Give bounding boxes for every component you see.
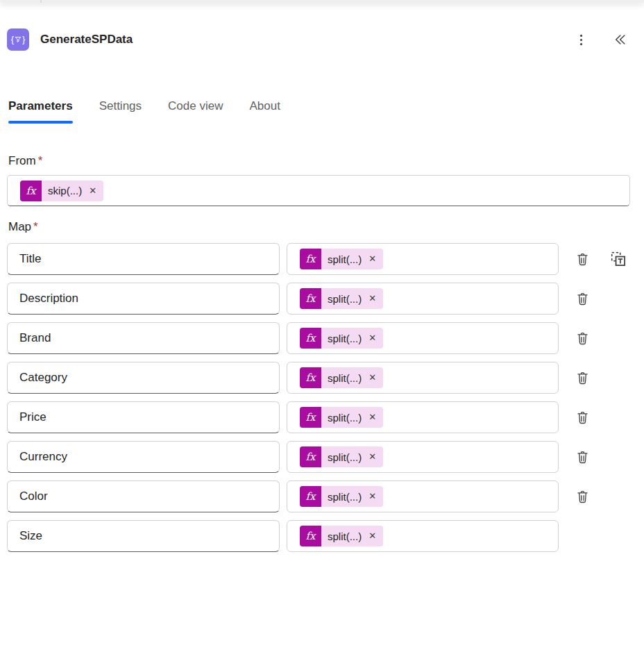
map-row: fx split(...) ✕ (7, 520, 630, 552)
from-input[interactable]: fx skip(...) ✕ (7, 175, 630, 206)
tab-code-view-label: Code view (168, 99, 223, 112)
expression-token-split[interactable]: fx split(...) ✕ (300, 407, 383, 428)
map-key-input[interactable] (13, 371, 273, 385)
delete-row-button[interactable] (574, 330, 591, 347)
fx-icon: fx (20, 181, 42, 201)
switch-to-text-mode-button[interactable] (609, 250, 627, 268)
map-key-field (7, 362, 280, 394)
tab-about[interactable]: About (249, 99, 280, 124)
expression-token-split[interactable]: fx split(...) ✕ (300, 249, 383, 269)
token-remove-icon[interactable]: ✕ (365, 526, 383, 546)
trash-icon (575, 292, 590, 306)
required-marker: * (33, 220, 38, 233)
map-value-input[interactable]: fx split(...) ✕ (287, 520, 559, 552)
trash-icon (575, 410, 590, 425)
token-remove-icon[interactable]: ✕ (85, 181, 103, 201)
row-actions (574, 250, 627, 268)
expression-token-split[interactable]: fx split(...) ✕ (300, 328, 383, 349)
expression-token-label: split(...) (321, 293, 365, 305)
map-key-field (7, 480, 280, 512)
trash-icon (575, 252, 590, 267)
data-operation-select-icon: {} (7, 28, 29, 51)
token-remove-icon[interactable]: ✕ (365, 407, 383, 428)
trash-icon (575, 490, 590, 504)
expression-token-split[interactable]: fx split(...) ✕ (300, 288, 383, 309)
expression-token-label: split(...) (321, 451, 365, 463)
tab-parameters-label: Parameters (8, 99, 73, 112)
delete-row-button[interactable] (574, 409, 591, 426)
more-options-button[interactable] (573, 31, 590, 49)
tab-parameters[interactable]: Parameters (8, 99, 73, 124)
action-title: GenerateSPData (40, 33, 133, 47)
delete-row-button[interactable] (574, 488, 591, 505)
fx-icon: fx (300, 526, 321, 546)
map-key-input[interactable] (13, 410, 273, 424)
required-marker: * (38, 154, 43, 167)
funnel-glyph (15, 36, 22, 43)
tab-settings[interactable]: Settings (99, 99, 142, 124)
expression-token-split[interactable]: fx split(...) ✕ (300, 526, 383, 546)
fx-icon: fx (300, 367, 321, 388)
map-value-input[interactable]: fx split(...) ✕ (287, 441, 559, 473)
expression-token-split[interactable]: fx split(...) ✕ (300, 367, 383, 388)
expression-token-split[interactable]: fx split(...) ✕ (300, 446, 383, 467)
delete-row-button[interactable] (574, 251, 591, 268)
map-key-input[interactable] (13, 450, 273, 464)
map-value-input[interactable]: fx split(...) ✕ (287, 322, 559, 354)
row-actions (574, 369, 591, 387)
map-key-field (7, 441, 280, 473)
row-actions (574, 488, 591, 505)
delete-row-button[interactable] (574, 369, 591, 387)
fx-icon: fx (300, 486, 321, 507)
map-field-label: Map* (7, 220, 630, 234)
map-value-input[interactable]: fx split(...) ✕ (287, 283, 559, 315)
fx-icon: fx (300, 328, 321, 349)
trash-icon (575, 331, 590, 346)
token-remove-icon[interactable]: ✕ (365, 367, 383, 388)
row-actions (574, 330, 591, 347)
expression-token-label: split(...) (321, 491, 365, 503)
expression-token-label: skip(...) (42, 185, 85, 197)
map-value-input[interactable]: fx split(...) ✕ (287, 480, 559, 512)
token-remove-icon[interactable]: ✕ (365, 249, 383, 269)
token-remove-icon[interactable]: ✕ (365, 288, 383, 309)
expression-token-label: split(...) (321, 530, 365, 542)
collapse-panel-button[interactable] (611, 31, 629, 49)
map-key-input[interactable] (13, 529, 273, 543)
token-remove-icon[interactable]: ✕ (365, 446, 383, 467)
map-row: fx split(...) ✕ (7, 441, 630, 473)
row-actions (574, 409, 591, 426)
expression-token-label: split(...) (321, 372, 365, 384)
from-field-label: From* (7, 154, 630, 168)
fx-icon: fx (300, 446, 321, 467)
token-remove-icon[interactable]: ✕ (365, 328, 383, 349)
delete-row-button[interactable] (574, 449, 591, 466)
map-key-input[interactable] (13, 331, 273, 345)
map-rows: fx split(...) ✕ (7, 243, 630, 552)
map-row: fx split(...) ✕ (7, 401, 630, 433)
expression-token-label: split(...) (321, 412, 365, 424)
map-row: fx split(...) ✕ (7, 362, 630, 394)
map-value-input[interactable]: fx split(...) ✕ (287, 243, 559, 275)
row-actions (574, 449, 591, 466)
map-value-input[interactable]: fx split(...) ✕ (287, 362, 559, 394)
tab-code-view[interactable]: Code view (168, 99, 223, 124)
map-key-field (7, 283, 280, 315)
token-remove-icon[interactable]: ✕ (365, 486, 383, 507)
map-row: fx split(...) ✕ (7, 480, 630, 512)
trash-icon (575, 450, 590, 465)
fx-icon: fx (300, 288, 321, 309)
delete-row-button[interactable] (574, 290, 591, 308)
map-key-field (7, 243, 280, 275)
map-key-input[interactable] (13, 292, 273, 306)
expression-token-split[interactable]: fx split(...) ✕ (300, 486, 383, 507)
map-key-input[interactable] (13, 252, 273, 266)
map-key-input[interactable] (13, 490, 273, 503)
row-actions (574, 290, 591, 308)
expression-token-label: split(...) (321, 333, 365, 344)
text-mode-icon (611, 251, 626, 267)
expression-token-label: split(...) (321, 253, 365, 265)
expression-token-skip[interactable]: fx skip(...) ✕ (20, 181, 103, 201)
map-key-field (7, 520, 280, 552)
map-value-input[interactable]: fx split(...) ✕ (287, 401, 559, 433)
